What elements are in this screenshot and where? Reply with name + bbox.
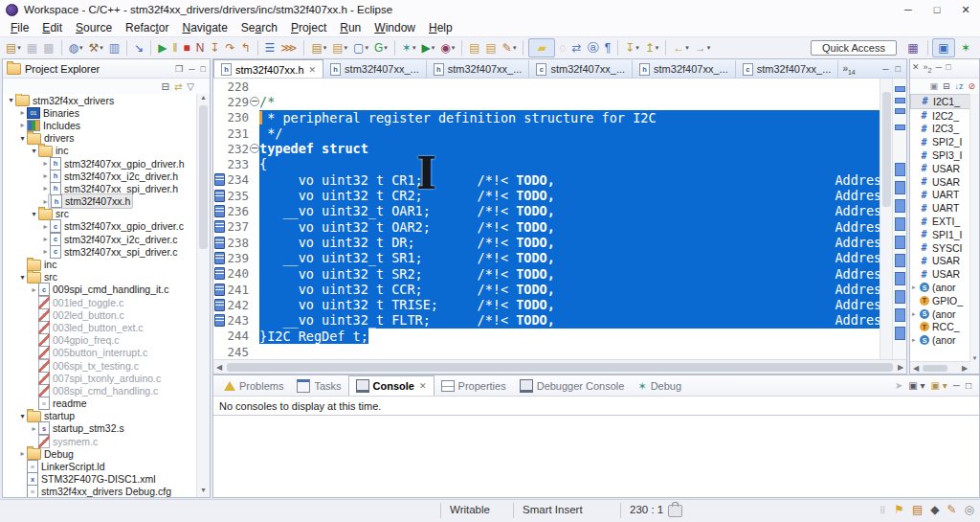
new-wizard-icon[interactable]: ▤▾ xyxy=(4,39,23,57)
menu-refactor[interactable]: Refactor xyxy=(119,21,175,34)
maximize-view-icon[interactable]: □ xyxy=(201,64,206,74)
last-edit-location-icon[interactable]: ↧▾ xyxy=(623,39,641,57)
terminate-icon[interactable]: ■ xyxy=(181,39,191,57)
step-over-icon[interactable]: ↷ xyxy=(223,39,236,57)
tree-item[interactable]: ▾src xyxy=(3,271,197,284)
annotation-mark[interactable] xyxy=(895,125,905,130)
dropdown-arrow-icon[interactable]: ▾ xyxy=(384,44,388,52)
outline-item[interactable]: #USAR xyxy=(910,175,970,189)
menu-edit[interactable]: Edit xyxy=(35,21,69,34)
select-element-icon[interactable]: ↘ xyxy=(132,39,145,57)
tree-item[interactable]: c005button_interrupt.c xyxy=(3,347,197,359)
code-line[interactable]: 237 __vo uint32_t OAR2; /*!< TODO, Addre… xyxy=(213,219,880,235)
link-editor-icon[interactable]: ⇄ xyxy=(570,39,584,57)
workbench-icon[interactable]: ✎ xyxy=(947,503,956,516)
dropdown-arrow-icon[interactable]: ▾ xyxy=(412,44,416,52)
new-project-icon[interactable]: ▤▾ xyxy=(330,39,349,57)
code-text[interactable]: __vo uint32_t FLTR; /*!< TODO, Address o… xyxy=(259,312,880,328)
scroll-down-icon[interactable]: ▼ xyxy=(197,487,210,497)
expand-arrow-icon[interactable]: ▾ xyxy=(7,96,15,104)
tree-item[interactable]: c004gpio_freq.c xyxy=(3,334,197,347)
code-line[interactable]: 239 __vo uint32_t SR1; /*!< TODO, Addres… xyxy=(213,250,880,265)
scrollbar-thumb[interactable] xyxy=(227,363,893,372)
tree-item[interactable]: c008spi_cmd_handling.c xyxy=(3,384,197,397)
outline-horizontal-scrollbar[interactable]: ◀ ▶ xyxy=(910,361,970,374)
tree-item[interactable]: c007spi_txonly_arduino.c xyxy=(3,372,197,384)
tree-item[interactable]: c001led_toggle.c xyxy=(3,296,197,308)
maximize-window-icon[interactable]: □ xyxy=(923,1,951,18)
expand-arrow-icon[interactable]: ▸ xyxy=(912,284,919,291)
code-text[interactable]: __vo uint32_t OAR1; /*!< TODO, Address o… xyxy=(259,203,880,218)
code-line[interactable]: 228 xyxy=(213,79,880,94)
editor-horizontal-scrollbar[interactable]: ◀ ▶ xyxy=(212,359,907,374)
menu-project[interactable]: Project xyxy=(284,21,333,34)
minimize-view-icon[interactable]: ─ xyxy=(936,62,942,75)
editor-tab[interactable]: hstm32f407xx_... xyxy=(323,60,427,79)
console-tab-debugger-console[interactable]: Debugger Console xyxy=(513,376,632,396)
tree-item[interactable]: ▸hstm32f407xx.h xyxy=(3,195,197,208)
outline-item[interactable]: #SYSCI xyxy=(910,241,970,255)
dropdown-arrow-icon[interactable]: ▾ xyxy=(432,44,435,52)
whats-new-icon[interactable]: ⚑ xyxy=(894,503,904,516)
open-element-icon[interactable]: ▤ xyxy=(467,39,481,57)
code-text[interactable]: * peripheral register definition structu… xyxy=(259,110,880,125)
overview-ruler[interactable] xyxy=(892,79,906,360)
link-with-editor-icon[interactable]: ⇄ xyxy=(174,81,182,92)
todo-annotation-mark[interactable] xyxy=(895,181,905,194)
cdt-perspective-icon[interactable]: ▣ xyxy=(932,38,955,57)
view-tab-decoration-icon[interactable]: ❒ xyxy=(175,64,183,74)
previous-annotation-icon[interactable]: ↥▾ xyxy=(643,39,661,57)
git-icon[interactable]: G▾ xyxy=(372,39,390,57)
explorer-scrollbar[interactable]: ▲ ▼ xyxy=(196,94,210,497)
tutorials-icon[interactable]: ▤ xyxy=(912,503,923,516)
expand-arrow-icon[interactable]: ▸ xyxy=(18,121,27,129)
code-text[interactable]: /* xyxy=(259,94,880,109)
expand-arrow-icon[interactable]: ▾ xyxy=(18,134,27,143)
dropdown-arrow-icon[interactable]: ▾ xyxy=(365,44,368,52)
outline-item[interactable]: ▸S(anor xyxy=(910,307,970,321)
outline-item[interactable]: #I2C2_ xyxy=(910,109,970,123)
annotation-mark[interactable] xyxy=(895,108,905,114)
tree-item[interactable]: ▸01Binaries xyxy=(3,106,197,119)
outline-item[interactable]: ▸S(anor xyxy=(910,333,970,347)
tree-item[interactable]: ▸sstartup_stm32.s xyxy=(3,422,197,435)
console-tab-tasks[interactable]: Tasks xyxy=(290,376,347,396)
code-text[interactable]: __vo uint32_t TRISE; /*!< TODO, Address … xyxy=(259,297,880,312)
dropdown-arrow-icon[interactable]: ▾ xyxy=(17,44,21,52)
expand-arrow-icon[interactable]: ▸ xyxy=(41,171,50,180)
menu-navigate[interactable]: Navigate xyxy=(175,21,234,34)
code-text[interactable]: __vo uint32_t SR2; /*!< TODO, Address of… xyxy=(259,266,880,282)
editor-vertical-scrollbar[interactable] xyxy=(880,79,893,360)
expand-arrow-icon[interactable]: ▾ xyxy=(30,210,38,218)
collapse-fold-icon[interactable] xyxy=(250,144,259,153)
close-view-icon[interactable]: ✕ xyxy=(912,62,920,75)
code-line[interactable]: 243 __vo uint32_t FLTR; /*!< TODO, Addre… xyxy=(213,312,880,328)
code-line[interactable]: 245 xyxy=(213,344,880,359)
code-line[interactable]: 238 __vo uint32_t DR; /*!< TODO, Address… xyxy=(213,235,880,250)
restart-icon[interactable]: N xyxy=(194,39,207,57)
maximize-view-icon[interactable]: □ xyxy=(966,380,971,391)
minimize-view-icon[interactable]: ─ xyxy=(189,64,194,74)
outline-item[interactable]: #I2C1_ xyxy=(910,94,970,109)
console-tab-problems[interactable]: Problems xyxy=(217,376,290,396)
code-line[interactable]: 240 __vo uint32_t SR2; /*!< TODO, Addres… xyxy=(213,266,880,282)
expand-arrow-icon[interactable]: ▸ xyxy=(41,247,50,256)
tree-item[interactable]: ▸hstm32f407xx_gpio_driver.h xyxy=(3,157,197,170)
todo-annotation-mark[interactable] xyxy=(895,308,905,322)
collapse-all-icon[interactable]: ⊟ xyxy=(943,81,950,91)
outline-item[interactable]: #I2C3_ xyxy=(910,123,970,136)
scroll-down-icon[interactable]: ▼ xyxy=(970,355,979,361)
view-menu-icon[interactable]: ▽ xyxy=(187,81,194,92)
tree-item[interactable]: ▾drivers xyxy=(3,132,197,145)
display-console-icon[interactable]: ▣ ▾ xyxy=(908,380,924,391)
console-tab-console[interactable]: Console✕ xyxy=(348,375,434,396)
binary-parser-icon[interactable]: ▥ xyxy=(107,39,122,57)
search-marker-icon[interactable]: ✎▾ xyxy=(501,39,519,57)
code-line[interactable]: 231 */ xyxy=(213,125,880,141)
console-tab-debug[interactable]: ✶Debug xyxy=(631,376,688,396)
tree-item[interactable]: ≡LinkerScript.ld xyxy=(3,460,197,472)
tree-item[interactable]: ▾startup xyxy=(3,410,197,422)
sort-icon[interactable]: ↓z xyxy=(954,81,963,91)
todo-annotation-mark[interactable] xyxy=(895,217,905,231)
expand-arrow-icon[interactable]: ▾ xyxy=(18,273,27,282)
